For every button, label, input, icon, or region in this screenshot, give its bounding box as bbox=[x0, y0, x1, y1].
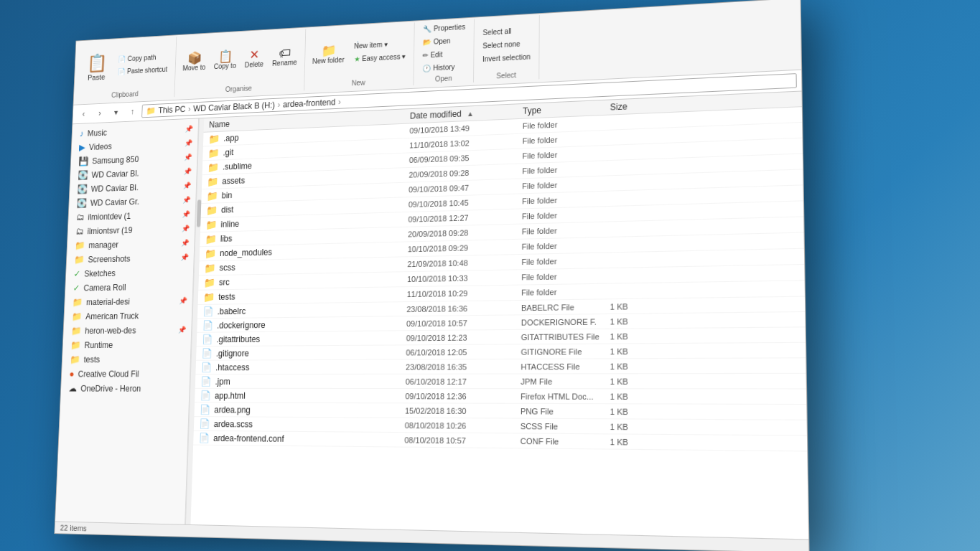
main-area: ♪Music📌▶Videos📌💾Samsung 850📌💽WD Caviar B… bbox=[55, 91, 808, 539]
file-name-14: 📄.gitattributes bbox=[202, 332, 406, 344]
sidebar-item-label-3: WD Caviar Bl. bbox=[91, 169, 139, 179]
file-size-0 bbox=[610, 120, 670, 122]
folder-icon-9: 📁 bbox=[204, 263, 215, 274]
edit-button[interactable]: ✏ Edit bbox=[419, 47, 470, 62]
file-date-3: 20/09/2018 09:28 bbox=[409, 166, 522, 179]
sidebar-item-label-4: WD Caviar Bl. bbox=[90, 182, 139, 193]
file-icon-13: 📄 bbox=[202, 320, 213, 331]
select-none-button[interactable]: Select none bbox=[478, 37, 535, 52]
pin-icon-1: 📌 bbox=[185, 139, 192, 147]
sidebar-item-label-15: Runtime bbox=[84, 340, 113, 350]
sidebar-item-icon-6: 🗂 bbox=[76, 212, 85, 222]
file-name-19: 📄ardea.png bbox=[200, 404, 405, 415]
invert-selection-button[interactable]: Invert selection bbox=[478, 50, 535, 65]
history-button[interactable]: 🕐 History bbox=[419, 60, 470, 75]
column-date: Date modified ▲ bbox=[410, 106, 523, 121]
copy-to-button[interactable]: 📋 Copy to bbox=[210, 47, 240, 72]
copy-path-button[interactable]: 📄 Copy path bbox=[114, 51, 172, 65]
file-type-4: File folder bbox=[522, 179, 610, 190]
file-type-20: SCSS File bbox=[521, 421, 610, 430]
up-button[interactable]: ↑ bbox=[125, 104, 139, 119]
sidebar-item-11[interactable]: ✓Camera Roll bbox=[65, 278, 193, 295]
file-type-0: File folder bbox=[523, 118, 610, 131]
sidebar-item-14[interactable]: 📁heron-web-des📌 bbox=[63, 322, 191, 338]
file-icon-18: 📄 bbox=[200, 390, 211, 401]
properties-button[interactable]: 🔧 Properties bbox=[419, 21, 470, 35]
file-icon-16: 📄 bbox=[201, 362, 212, 373]
sidebar-item-label-14: heron-web-des bbox=[85, 325, 136, 335]
file-size-6 bbox=[610, 212, 671, 214]
file-name-11: 📁tests bbox=[203, 288, 407, 303]
select-all-button[interactable]: Select all bbox=[479, 24, 535, 39]
move-to-button[interactable]: 📦 Move to bbox=[179, 49, 210, 74]
file-type-1: File folder bbox=[523, 133, 610, 146]
sidebar-item-15[interactable]: 📁Runtime bbox=[62, 337, 191, 352]
file-type-18: Firefox HTML Doc... bbox=[521, 392, 610, 401]
file-type-8: File folder bbox=[522, 240, 610, 251]
sidebar-item-label-1: Videos bbox=[89, 141, 112, 151]
rename-button[interactable]: 🏷 Rename bbox=[269, 44, 301, 69]
file-row-16[interactable]: 📄.htaccess23/08/2018 16:35HTACCESS File1… bbox=[195, 358, 806, 375]
file-size-12: 1 KB bbox=[610, 301, 671, 311]
sidebar-item-icon-12: 📁 bbox=[73, 297, 83, 307]
sidebar-item-13[interactable]: 📁American Truck bbox=[64, 308, 192, 324]
sidebar-item-icon-9: 📁 bbox=[74, 254, 85, 264]
file-date-16: 23/08/2018 16:35 bbox=[406, 362, 521, 371]
new-folder-button[interactable]: 📁 New folder bbox=[309, 41, 348, 67]
sidebar-item-icon-7: 🗂 bbox=[75, 226, 84, 236]
open-button[interactable]: 📂 Open bbox=[419, 34, 470, 48]
easy-access-button[interactable]: ★ Easy access ▾ bbox=[350, 50, 410, 65]
file-icon-12: 📄 bbox=[202, 306, 213, 317]
sidebar-item-label-10: Sketches bbox=[84, 268, 116, 278]
recent-button[interactable]: ▾ bbox=[109, 105, 123, 120]
file-date-4: 09/10/2018 09:47 bbox=[409, 182, 522, 194]
file-name-15: 📄.gitignore bbox=[201, 347, 406, 358]
folder-icon-5: 📁 bbox=[206, 204, 218, 216]
file-size-15: 1 KB bbox=[610, 347, 671, 356]
back-button[interactable]: ‹ bbox=[77, 106, 91, 121]
sidebar-item-label-7: ilmiontsvr (19 bbox=[87, 225, 132, 236]
file-size-17: 1 KB bbox=[610, 377, 671, 386]
file-size-14: 1 KB bbox=[610, 331, 671, 341]
pin-icon-12: 📌 bbox=[179, 297, 187, 305]
file-name-16: 📄.htaccess bbox=[201, 362, 406, 373]
file-date-20: 08/10/2018 10:26 bbox=[405, 420, 521, 430]
forward-button[interactable]: › bbox=[93, 105, 107, 121]
pin-icon-5: 📌 bbox=[182, 196, 190, 204]
file-row-17[interactable]: 📄.jpm06/10/2018 12:17JPM File1 KB bbox=[195, 374, 806, 390]
sidebar-item-16[interactable]: 📁tests bbox=[62, 352, 190, 367]
column-size[interactable]: Size bbox=[610, 100, 670, 113]
file-type-12: BABELRC File bbox=[521, 302, 610, 312]
ribbon-group-new: 📁 New folder New item ▾ ★ Easy access ▾ bbox=[304, 22, 415, 90]
file-icon-15: 📄 bbox=[201, 348, 212, 359]
file-date-13: 09/10/2018 10:57 bbox=[406, 318, 521, 328]
folder-icon-4: 📁 bbox=[207, 190, 218, 202]
new-item-button[interactable]: New item ▾ bbox=[350, 37, 410, 52]
pin-icon-0: 📌 bbox=[185, 125, 193, 133]
file-date-15: 06/10/2018 12:05 bbox=[406, 347, 521, 357]
folder-icon-3: 📁 bbox=[207, 176, 218, 187]
sidebar-item-17[interactable]: ●Creative Cloud Fil bbox=[62, 367, 190, 382]
delete-button[interactable]: ✕ Delete bbox=[241, 46, 267, 71]
file-date-10: 10/10/2018 10:33 bbox=[407, 273, 521, 283]
paste-button[interactable]: 📋 Paste bbox=[80, 50, 113, 83]
file-size-11 bbox=[610, 291, 671, 291]
file-date-18: 09/10/2018 12:36 bbox=[405, 392, 521, 401]
file-size-21: 1 KB bbox=[610, 437, 671, 447]
sidebar-item-12[interactable]: 📁material-desi📌 bbox=[65, 293, 192, 310]
file-row-18[interactable]: 📄app.html09/10/2018 12:36Firefox HTML Do… bbox=[195, 389, 806, 405]
file-date-19: 15/02/2018 16:30 bbox=[405, 406, 521, 415]
file-name-20: 📄ardea.scss bbox=[199, 418, 405, 430]
file-type-17: JPM File bbox=[521, 377, 610, 386]
column-type[interactable]: Type bbox=[523, 103, 610, 116]
pin-icon-3: 📌 bbox=[184, 167, 192, 175]
file-name-8: 📁node_modules bbox=[205, 243, 408, 259]
sidebar-item-icon-16: 📁 bbox=[70, 354, 80, 364]
file-name-12: 📄.babelrc bbox=[202, 303, 406, 316]
paste-shortcut-button[interactable]: 📄 Paste shortcut bbox=[113, 63, 171, 77]
sidebar-item-18[interactable]: ☁OneDrive - Heron bbox=[61, 381, 190, 396]
file-date-12: 23/08/2018 16:36 bbox=[406, 303, 521, 314]
sidebar-item-icon-13: 📁 bbox=[72, 311, 83, 321]
file-size-19: 1 KB bbox=[610, 407, 671, 416]
sidebar-item-icon-8: 📁 bbox=[75, 240, 85, 250]
